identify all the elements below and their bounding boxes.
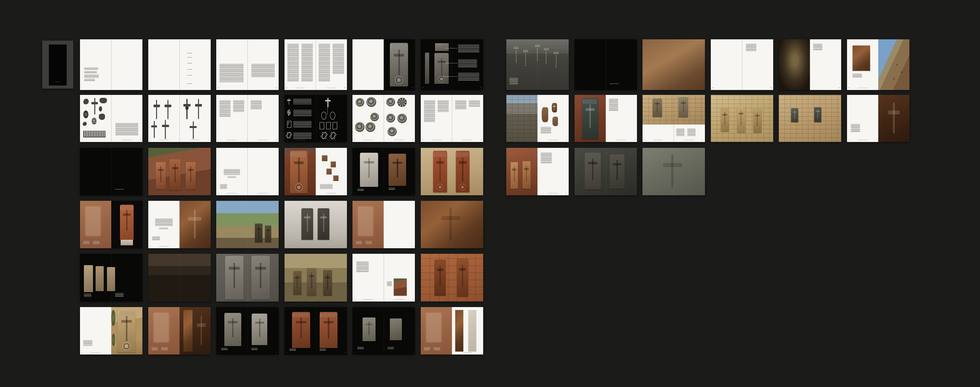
symbol-diagrams-spread[interactable] — [285, 95, 347, 142]
cross-motif — [441, 207, 460, 241]
page-right — [180, 201, 211, 248]
khachkar-photo-spread[interactable] — [80, 307, 142, 355]
khachkar-pair-photo-spread[interactable] — [421, 148, 483, 195]
page-number — [150, 140, 151, 140]
page-left — [421, 95, 452, 142]
book-cover[interactable] — [42, 41, 73, 89]
spread-gutter — [452, 254, 452, 301]
khachkar-details-spread[interactable] — [285, 148, 347, 195]
page-left — [216, 39, 247, 90]
text-lines — [151, 347, 158, 350]
symbol-motifs-spread[interactable] — [80, 95, 142, 142]
page-right — [878, 39, 910, 90]
page-left — [779, 39, 810, 90]
tablets-on-wall-spread[interactable] — [779, 95, 841, 142]
cave-photo-spread[interactable] — [779, 39, 841, 90]
spread-gutter — [316, 201, 316, 248]
rosettes-spread[interactable] — [352, 95, 415, 142]
page-left — [148, 39, 180, 90]
chapter2-opener[interactable] — [574, 39, 637, 90]
annotation-line — [516, 50, 516, 63]
khachkar-anatomy-spread[interactable] — [421, 39, 483, 90]
wall-fragments-spread[interactable] — [506, 95, 569, 142]
caption-spread[interactable] — [711, 39, 773, 90]
gray-carving-photo-spread[interactable] — [643, 148, 705, 195]
terracotta-strips-spread[interactable] — [421, 307, 483, 355]
diagram-circle — [330, 112, 335, 120]
page-right — [452, 95, 483, 142]
text-lines — [509, 78, 518, 84]
cliff-photo-spread[interactable] — [847, 39, 910, 90]
stele-studio-photo-spread[interactable] — [285, 201, 347, 248]
embedded-pair-photo-spread[interactable] — [574, 148, 637, 195]
text-lines — [319, 44, 330, 81]
khachkar-stone — [84, 265, 93, 292]
text-lines — [332, 44, 344, 75]
carved-cross — [188, 167, 194, 182]
running-footer — [326, 88, 337, 88]
terracotta-spread[interactable] — [80, 201, 142, 248]
stele-pair-spread[interactable] — [352, 148, 415, 195]
text-lines — [554, 52, 558, 55]
text-lines — [357, 347, 364, 349]
introduction-spread[interactable] — [216, 39, 278, 90]
page-number — [412, 299, 413, 300]
khachkar-plate-spread[interactable] — [352, 39, 415, 90]
wall-photo-caption-spread[interactable] — [643, 95, 705, 142]
text-lines — [84, 294, 91, 297]
carved-wall-photo-spread[interactable] — [643, 39, 705, 90]
spread-gutter — [810, 39, 810, 90]
ghost-image — [426, 313, 441, 343]
dark-carving-spread[interactable] — [847, 95, 910, 142]
gray-khachkars-photo-spread[interactable] — [216, 254, 278, 301]
carving-closeup-spread[interactable] — [421, 201, 483, 248]
spread-gutter — [742, 39, 742, 90]
terracotta-spread[interactable] — [352, 201, 415, 248]
text-lines — [84, 71, 97, 73]
masonry-joints — [506, 95, 538, 142]
niche-khachkars-spread[interactable] — [506, 148, 569, 195]
terracotta-spread[interactable] — [148, 307, 211, 355]
khachkars-hillside-photo-spread[interactable] — [285, 254, 347, 301]
detail-photo — [322, 155, 327, 161]
text-lines — [301, 44, 313, 81]
stone-fragments-spread[interactable] — [80, 254, 142, 301]
noratus-field-spread[interactable] — [506, 39, 569, 90]
text-lines — [228, 176, 236, 178]
introduction-text-spread[interactable] — [285, 39, 347, 90]
stele-pair-spread[interactable] — [216, 307, 278, 355]
fragments-spread[interactable] — [352, 307, 415, 355]
octagram-icon — [287, 132, 291, 138]
lion-motif — [100, 98, 107, 103]
cornice-band — [119, 311, 135, 316]
chapter1-opener[interactable] — [80, 148, 142, 195]
spread-gutter — [247, 254, 248, 301]
khachkar-stone — [118, 309, 135, 352]
landscape-photo-spread[interactable] — [216, 201, 278, 248]
bird-motif — [83, 98, 89, 105]
imprint-spread[interactable] — [80, 39, 142, 90]
page-right — [452, 307, 483, 355]
octagram-icon — [322, 132, 326, 140]
gravestones-photo-spread[interactable] — [148, 148, 211, 195]
text-photo-spread[interactable] — [352, 254, 415, 301]
text-lines — [388, 188, 395, 190]
text-lines — [469, 100, 480, 107]
text-lines — [356, 262, 369, 272]
wall-khachkars-photo-spread[interactable] — [421, 254, 483, 301]
contents-spread[interactable] — [148, 39, 211, 90]
page-left — [80, 39, 111, 90]
text-spread[interactable] — [216, 95, 278, 142]
poem-carving-spread[interactable] — [148, 201, 211, 248]
page-number — [354, 140, 355, 140]
page-left — [148, 307, 180, 355]
khachkar-pair-spread[interactable] — [285, 307, 347, 355]
cross-forms-spread[interactable] — [148, 95, 211, 142]
cross-motif — [162, 120, 169, 139]
text-spread[interactable] — [421, 95, 483, 142]
carved-blocks-wall-spread[interactable] — [711, 95, 773, 142]
embedded-khachkar-spread[interactable] — [574, 95, 637, 142]
carved-cross — [587, 159, 598, 180]
monastery-photo-spread[interactable] — [148, 254, 211, 301]
quote-spread[interactable] — [216, 148, 278, 195]
